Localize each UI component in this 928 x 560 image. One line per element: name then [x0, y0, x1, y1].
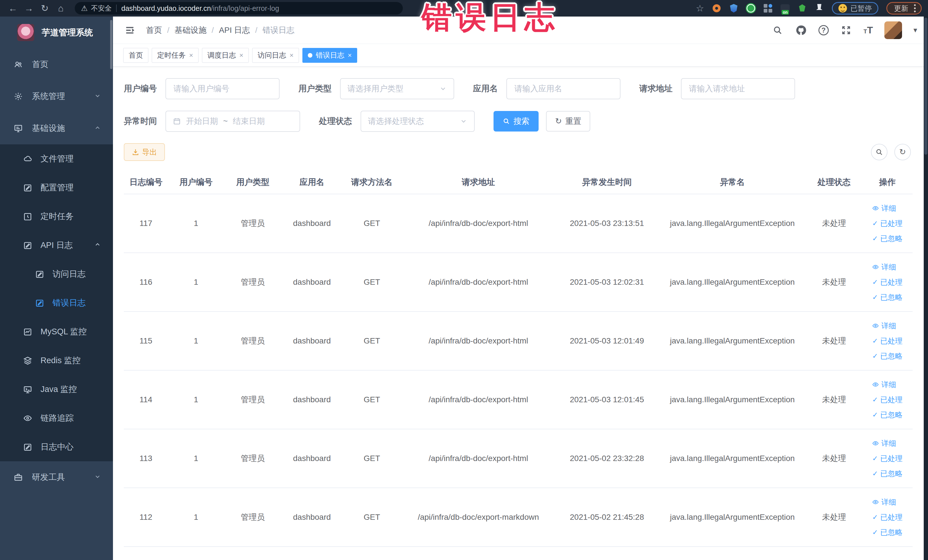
browser-home-icon[interactable]: ⌂: [54, 2, 67, 15]
sidebar-item-scheduled-jobs[interactable]: 定时任务: [0, 202, 113, 231]
search-icon[interactable]: [772, 24, 784, 36]
sidebar-item-api-log[interactable]: API 日志: [0, 231, 113, 259]
eye-icon: [872, 381, 879, 388]
log-form-icon: [23, 241, 32, 250]
refresh-table-button[interactable]: ↻: [894, 144, 911, 160]
exception-time-range-picker[interactable]: 开始日期 ~ 结束日期: [165, 111, 300, 132]
breadcrumb-item[interactable]: 基础设施: [175, 25, 206, 36]
request-url-input[interactable]: [688, 84, 788, 93]
search-icon: [503, 117, 510, 125]
detail-link[interactable]: 详细: [872, 438, 896, 449]
sidebar-item-trace[interactable]: 链路追踪: [0, 404, 113, 432]
detail-link[interactable]: 详细: [872, 203, 896, 214]
page-scrollbar[interactable]: [924, 17, 928, 560]
mark-ignored-link[interactable]: ✓已忽略: [872, 528, 902, 537]
close-icon[interactable]: ×: [290, 51, 293, 60]
sidebar-item-label: 研发工具: [32, 471, 65, 483]
sidebar-item-label: Java 监控: [41, 384, 77, 395]
tab-access-log[interactable]: 访问日志 ×: [252, 48, 299, 63]
browser-forward-icon[interactable]: →: [22, 2, 35, 15]
extension-icon-on-switch[interactable]: on: [780, 4, 790, 13]
extension-icon-grid[interactable]: [763, 4, 772, 13]
security-warning-icon[interactable]: ⚠: [81, 4, 88, 13]
user-id-input[interactable]: [173, 84, 272, 93]
sidebar-item-config-management[interactable]: 配置管理: [0, 173, 113, 202]
mark-processed-link[interactable]: ✓已处理: [872, 453, 902, 464]
mark-ignored-link[interactable]: ✓已忽略: [872, 410, 902, 420]
table-header-row: 日志编号 用户编号 用户类型 应用名 请求方法名 请求地址 异常发生时间 异常名…: [124, 171, 913, 194]
browser-reload-icon[interactable]: ↻: [38, 2, 51, 15]
detail-link[interactable]: 详细: [872, 380, 896, 390]
app-logo-row[interactable]: 芋道管理系统: [0, 17, 113, 49]
log-form-icon: [35, 298, 44, 308]
bookmark-star-icon[interactable]: ☆: [696, 3, 704, 14]
profile-paused-chip[interactable]: 已暂停: [832, 2, 878, 15]
detail-link[interactable]: 详细: [872, 321, 896, 331]
sidebar-item-file-management[interactable]: 文件管理: [0, 144, 113, 173]
breadcrumb-item[interactable]: 首页: [146, 25, 162, 36]
extension-icon-sprout[interactable]: [798, 4, 807, 13]
browser-back-icon[interactable]: ←: [6, 2, 20, 15]
reset-button[interactable]: ↻ 重置: [546, 111, 590, 131]
sidebar-item-home[interactable]: 首页: [0, 49, 113, 81]
detail-link[interactable]: 详细: [872, 497, 896, 507]
search-button[interactable]: 搜索: [493, 111, 539, 131]
sidebar-item-system[interactable]: 系统管理: [0, 81, 113, 112]
extension-icon-orange-ring[interactable]: [712, 4, 721, 13]
tab-home[interactable]: 首页: [123, 48, 148, 63]
chrome-update-button[interactable]: 更新: [886, 2, 922, 15]
sidebar-item-redis-monitor[interactable]: Redis 监控: [0, 346, 113, 375]
mark-ignored-link[interactable]: ✓已忽略: [872, 351, 902, 361]
cloud-icon: [23, 154, 32, 164]
sidebar-item-devtools[interactable]: 研发工具: [0, 461, 113, 493]
col-time: 异常发生时间: [555, 171, 658, 194]
export-button[interactable]: 导出: [124, 143, 165, 161]
sidebar-item-infrastructure[interactable]: 基础设施: [0, 112, 113, 144]
help-icon[interactable]: ?: [818, 25, 829, 35]
mark-processed-link[interactable]: ✓已处理: [872, 218, 902, 229]
user-type-select[interactable]: 请选择用户类型: [340, 78, 454, 99]
chevron-down-icon: [94, 92, 101, 101]
mark-ignored-link[interactable]: ✓已忽略: [872, 469, 902, 479]
extension-icon-blue-shield[interactable]: [729, 4, 738, 13]
sidebar-scrollbar-thumb[interactable]: [110, 20, 112, 69]
col-url: 请求地址: [401, 171, 555, 194]
scrollbar-thumb[interactable]: [924, 18, 927, 155]
refresh-icon: ↻: [555, 117, 562, 125]
extensions-pin-icon[interactable]: [815, 4, 824, 13]
hamburger-icon[interactable]: [124, 24, 136, 36]
mark-ignored-link[interactable]: ✓已忽略: [872, 292, 902, 302]
extension-icon-green-circle[interactable]: [746, 4, 756, 13]
sidebar-item-log-center[interactable]: 日志中心: [0, 432, 113, 461]
breadcrumb-item[interactable]: API 日志: [219, 25, 250, 36]
tab-scheduled-jobs[interactable]: 定时任务 ×: [152, 48, 198, 63]
close-icon[interactable]: ×: [348, 51, 352, 60]
mark-processed-link[interactable]: ✓已处理: [872, 512, 902, 522]
status-badge: 未处理: [806, 253, 862, 311]
detail-link[interactable]: 详细: [872, 262, 896, 272]
mark-processed-link[interactable]: ✓已处理: [872, 395, 902, 405]
close-icon[interactable]: ×: [240, 51, 243, 60]
tab-schedule-log[interactable]: 调度日志 ×: [202, 48, 249, 63]
process-status-select[interactable]: 请选择处理状态: [360, 111, 475, 132]
github-icon[interactable]: [795, 24, 807, 36]
sidebar-item-access-log[interactable]: 访问日志: [0, 259, 113, 288]
sidebar-item-mysql-monitor[interactable]: MySQL 监控: [0, 317, 113, 346]
text-size-icon[interactable]: TT: [864, 24, 873, 36]
avatar[interactable]: [884, 21, 902, 39]
app-name-input[interactable]: [514, 84, 613, 93]
check-icon: ✓: [872, 455, 878, 462]
toggle-search-button[interactable]: [871, 144, 887, 160]
sidebar-item-error-log[interactable]: 错误日志: [0, 288, 113, 317]
close-icon[interactable]: ×: [189, 51, 193, 60]
sidebar-item-java-monitor[interactable]: Java 监控: [0, 375, 113, 404]
chevron-down-icon[interactable]: ▾: [913, 26, 917, 35]
mark-processed-link[interactable]: ✓已处理: [872, 277, 902, 287]
fullscreen-icon[interactable]: [840, 24, 852, 36]
browser-menu-icon[interactable]: [914, 4, 916, 12]
mark-processed-link[interactable]: ✓已处理: [872, 336, 902, 346]
address-bar[interactable]: ⚠ 不安全 dashboard.yudao.iocoder.cn /infra/…: [75, 2, 403, 15]
tab-error-log[interactable]: 错误日志 ×: [302, 48, 357, 63]
end-date-placeholder: 结束日期: [233, 116, 265, 127]
mark-ignored-link[interactable]: ✓已忽略: [872, 233, 902, 244]
